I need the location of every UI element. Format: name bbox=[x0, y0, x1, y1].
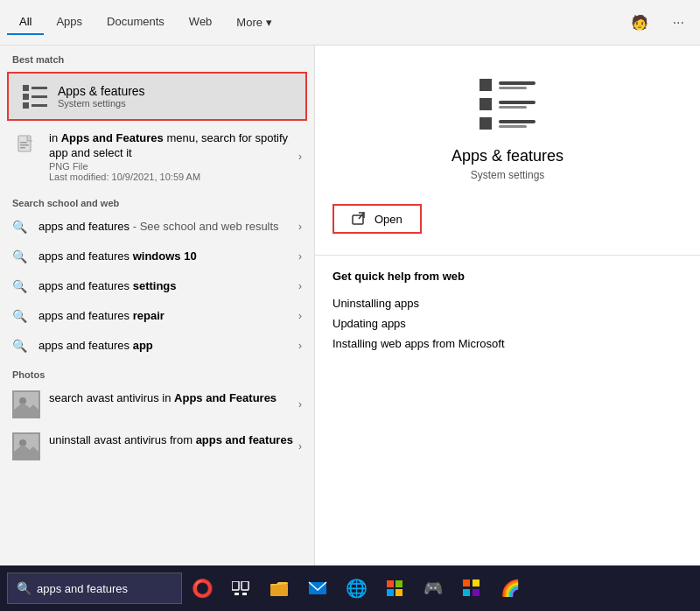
photo-row-chevron-0: › bbox=[295, 398, 302, 411]
more-options-icon[interactable]: ··· bbox=[664, 10, 693, 36]
svg-rect-31 bbox=[463, 579, 470, 586]
photo-title-0: search avast antivirus in Apps and Featu… bbox=[49, 390, 295, 406]
search-row-chevron-1: › bbox=[295, 250, 302, 263]
file-modified: Last modified: 10/9/2021, 10:59 AM bbox=[49, 172, 295, 182]
svg-rect-30 bbox=[396, 589, 402, 596]
svg-rect-10 bbox=[480, 79, 492, 91]
search-row-4[interactable]: 🔍 apps and features app › bbox=[0, 331, 314, 361]
search-row-chevron-2: › bbox=[295, 280, 302, 292]
search-icon-3: 🔍 bbox=[12, 309, 30, 323]
search-icon-1: 🔍 bbox=[12, 249, 30, 263]
file-title-prefix: in bbox=[49, 131, 61, 144]
app-icon-large bbox=[476, 72, 539, 135]
taskbar-tiles-icon[interactable] bbox=[453, 570, 490, 607]
search-row-chevron-0: › bbox=[295, 221, 302, 233]
file-icon bbox=[12, 131, 40, 159]
search-row-2[interactable]: 🔍 apps and features settings › bbox=[0, 271, 314, 301]
search-row-chevron-4: › bbox=[295, 340, 302, 352]
tab-web[interactable]: Web bbox=[177, 10, 225, 35]
right-bottom: Get quick help from web Uninstalling app… bbox=[315, 256, 700, 565]
svg-rect-24 bbox=[242, 593, 247, 595]
tab-documents[interactable]: Documents bbox=[94, 10, 177, 35]
taskbar-color-icon[interactable]: 🌈 bbox=[492, 570, 528, 607]
best-match-item[interactable]: Apps & features System settings bbox=[7, 72, 307, 121]
app-title: Apps & features bbox=[452, 147, 564, 165]
search-row-text-1: apps and features windows 10 bbox=[38, 249, 295, 263]
file-title-bold: Apps and Features bbox=[61, 131, 164, 144]
search-icon-4: 🔍 bbox=[12, 339, 30, 353]
tab-apps[interactable]: Apps bbox=[44, 10, 94, 35]
taskbar-search-icon: 🔍 bbox=[17, 581, 32, 595]
photo-row-1[interactable]: uninstall avast antivirus from apps and … bbox=[0, 425, 314, 467]
open-button[interactable]: Open bbox=[332, 204, 422, 234]
taskbar-store-icon[interactable] bbox=[376, 570, 413, 607]
svg-rect-32 bbox=[472, 579, 480, 586]
app-subtitle: System settings bbox=[471, 169, 545, 181]
more-label: More bbox=[236, 16, 262, 29]
svg-rect-3 bbox=[20, 147, 25, 149]
right-panel: Apps & features System settings Open Get… bbox=[315, 46, 700, 565]
best-match-subtitle: System settings bbox=[58, 98, 145, 109]
svg-rect-28 bbox=[396, 580, 402, 587]
taskbar-search-input[interactable] bbox=[37, 582, 172, 595]
svg-rect-23 bbox=[234, 593, 239, 595]
photo-row-0[interactable]: search avast antivirus in Apps and Featu… bbox=[0, 383, 314, 425]
open-label: Open bbox=[374, 213, 402, 226]
main-layout: Best match bbox=[0, 46, 700, 565]
file-result-chevron-icon: › bbox=[295, 151, 302, 163]
search-box[interactable]: 🔍 bbox=[7, 572, 182, 604]
svg-rect-17 bbox=[499, 120, 536, 123]
svg-rect-19 bbox=[353, 215, 363, 224]
taskbar-task-view-icon[interactable] bbox=[222, 570, 259, 607]
top-nav: All Apps Documents Web More ▾ 🧑 ··· bbox=[0, 0, 700, 46]
taskbar: 🔍 ⭕ 🌐 🎮 🌈 bbox=[0, 565, 700, 611]
svg-rect-15 bbox=[499, 106, 527, 109]
search-icon-2: 🔍 bbox=[12, 279, 30, 293]
svg-rect-29 bbox=[387, 589, 394, 596]
photo-title-1: uninstall avast antivirus from apps and … bbox=[49, 432, 295, 448]
photo-icon-0 bbox=[12, 390, 40, 418]
quick-help-link-0[interactable]: Uninstalling apps bbox=[332, 293, 682, 313]
open-btn-wrap: Open bbox=[332, 195, 682, 237]
nav-right-icons: 🧑 ··· bbox=[622, 9, 693, 36]
tab-all[interactable]: All bbox=[7, 10, 44, 35]
left-panel: Best match bbox=[0, 46, 315, 565]
taskbar-game-icon[interactable]: 🎮 bbox=[415, 570, 452, 607]
best-match-text: Apps & features System settings bbox=[58, 84, 145, 109]
taskbar-mail-icon[interactable] bbox=[299, 570, 336, 607]
svg-rect-16 bbox=[480, 117, 492, 130]
svg-rect-13 bbox=[480, 98, 492, 110]
taskbar-edge-icon[interactable]: 🌐 bbox=[338, 570, 374, 607]
user-icon[interactable]: 🧑 bbox=[622, 9, 657, 36]
search-row-0[interactable]: 🔍 apps and features - See school and web… bbox=[0, 212, 314, 242]
photo-info-0: search avast antivirus in Apps and Featu… bbox=[49, 390, 295, 406]
file-result-item[interactable]: in Apps and Features menu, search for sp… bbox=[0, 124, 314, 189]
svg-rect-2 bbox=[20, 144, 29, 146]
quick-help-link-2[interactable]: Installing web apps from Microsoft bbox=[332, 334, 682, 354]
svg-rect-12 bbox=[499, 87, 527, 89]
search-row-text-4: apps and features app bbox=[38, 339, 295, 352]
tab-more[interactable]: More ▾ bbox=[224, 11, 284, 34]
apps-features-icon bbox=[21, 82, 49, 110]
quick-help-title: Get quick help from web bbox=[332, 270, 682, 283]
more-chevron-icon: ▾ bbox=[266, 16, 272, 29]
svg-rect-11 bbox=[499, 81, 536, 85]
photo-icon-1 bbox=[12, 432, 40, 460]
file-info: in Apps and Features menu, search for sp… bbox=[49, 131, 295, 182]
taskbar-cortana-icon[interactable]: ⭕ bbox=[184, 570, 220, 607]
search-school-label: Search school and web bbox=[0, 189, 314, 212]
taskbar-file-explorer-icon[interactable] bbox=[261, 570, 298, 607]
search-row-1[interactable]: 🔍 apps and features windows 10 › bbox=[0, 242, 314, 271]
file-title: in Apps and Features menu, search for sp… bbox=[49, 131, 295, 161]
svg-rect-34 bbox=[472, 589, 480, 596]
search-icon-0: 🔍 bbox=[12, 220, 30, 234]
search-row-chevron-3: › bbox=[295, 310, 302, 322]
best-match-title: Apps & features bbox=[58, 84, 145, 98]
search-row-text-0: apps and features - See school and web r… bbox=[38, 220, 295, 233]
quick-help-link-1[interactable]: Updating apps bbox=[332, 313, 682, 334]
svg-rect-21 bbox=[232, 581, 239, 590]
search-row-3[interactable]: 🔍 apps and features repair › bbox=[0, 301, 314, 331]
file-type: PNG File bbox=[49, 161, 295, 172]
photos-label: Photos bbox=[0, 361, 314, 383]
svg-rect-33 bbox=[463, 589, 470, 596]
